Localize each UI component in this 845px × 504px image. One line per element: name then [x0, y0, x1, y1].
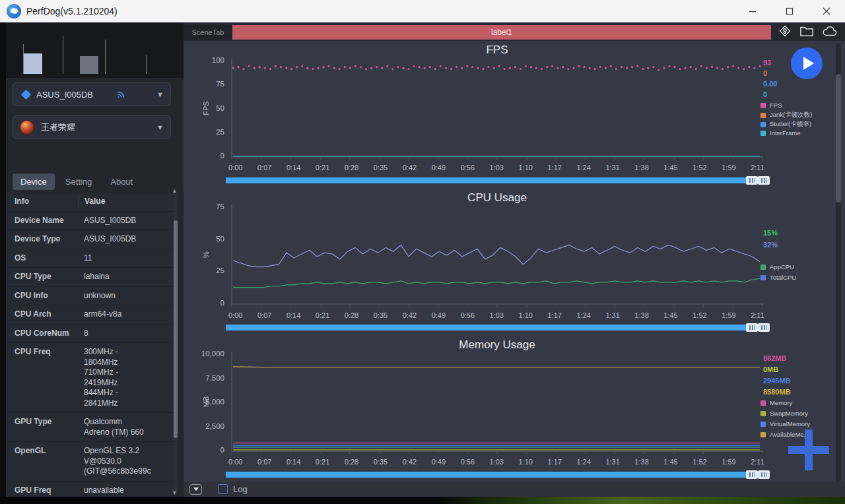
- add-chart-button[interactable]: [788, 429, 829, 470]
- memory-legend-0[interactable]: Memory: [760, 399, 792, 406]
- app-selector[interactable]: 王者荣耀 ▼: [13, 115, 171, 139]
- cpu-scrollbar-left-handle[interactable]: [746, 323, 758, 332]
- device-icon: [21, 89, 32, 100]
- app-icon: [20, 120, 34, 135]
- tab-device[interactable]: Device: [13, 173, 55, 190]
- value-cell: OpenGL ES 3.2 V@0530.0 (GIT@56c8b3e99c: [84, 446, 178, 477]
- tab-about[interactable]: About: [102, 173, 141, 190]
- memory-value-3: 8580MB: [763, 388, 791, 396]
- fps-legend-0[interactable]: FPS: [760, 102, 782, 109]
- folder-icon[interactable]: [799, 24, 814, 40]
- cpu-scrollbar-right-handle[interactable]: [758, 323, 770, 332]
- memory-tick-0: 0: [187, 446, 224, 454]
- memory-x-tick: 1:24: [576, 458, 590, 466]
- fps-time-scrollbar[interactable]: [226, 175, 770, 185]
- log-checkbox[interactable]: [218, 484, 228, 494]
- memory-value-0: 862MB: [763, 354, 786, 362]
- memory-tick-2500: 2,500: [187, 422, 224, 430]
- table-row: CPU Freq300MHz - 1804MHz 710MHz - 2419MH…: [6, 343, 178, 413]
- mini-line: [23, 44, 24, 74]
- close-button[interactable]: [808, 0, 845, 22]
- table-row: OpenGLOpenGL ES 3.2 V@0530.0 (GIT@56c8b3…: [6, 442, 178, 482]
- info-column-header: Info: [6, 197, 84, 207]
- legend-label: InterFrame: [770, 129, 800, 137]
- bottom-bar: Log: [184, 482, 845, 497]
- memory-x-tick: 1:38: [634, 458, 648, 466]
- value-cell: 300MHz - 1804MHz 710MHz - 2419MHz 844MHz…: [84, 347, 178, 408]
- value-cell: arm64-v8a: [84, 309, 178, 320]
- scene-label-banner[interactable]: label1: [232, 25, 771, 40]
- memory-x-tick: 1:45: [663, 458, 677, 466]
- cpu-legend-1[interactable]: TotalCPU: [760, 274, 796, 281]
- memory-time-scrollbar[interactable]: [226, 470, 770, 479]
- table-row: GPU TypeQualcomm Adreno (TM) 660: [6, 413, 178, 442]
- fps-tick-0: 0: [187, 152, 224, 160]
- memory-scrollbar-right-handle[interactable]: [758, 470, 770, 479]
- mini-line: [63, 36, 63, 74]
- table-scrollbar[interactable]: [174, 194, 178, 492]
- fps-scrollbar-track[interactable]: [226, 177, 746, 183]
- cpu-x-tick: 1:17: [547, 311, 561, 319]
- scene-tab[interactable]: SceneTab: [184, 25, 232, 40]
- table-row: CPU Archarm64-v8a: [6, 305, 178, 325]
- cpu-x-tick: 1:31: [605, 311, 619, 319]
- info-cell: Device Type: [6, 234, 84, 245]
- desktop-background-strip: [0, 497, 845, 504]
- table-scrollbar-thumb[interactable]: [174, 220, 178, 438]
- fps-x-tick: 1:17: [547, 164, 561, 172]
- memory-x-tick: 2:11: [751, 458, 764, 466]
- memory-scrollbar-track[interactable]: [226, 472, 746, 478]
- fps-x-labels: 0:000:070:140:210:280:350:420:490:561:03…: [228, 164, 764, 172]
- fps-x-tick: 0:56: [461, 164, 475, 172]
- cpu-tick-25: 25: [187, 267, 224, 274]
- maximize-button[interactable]: [771, 0, 808, 22]
- scroll-up-icon[interactable]: ▲: [172, 187, 178, 194]
- cpu-legend-0[interactable]: AppCPU: [760, 263, 794, 270]
- value-cell: lahaina: [84, 272, 178, 282]
- cpu-x-tick: 0:56: [461, 311, 475, 319]
- info-cell: CPU Info: [6, 291, 84, 301]
- fps-legend-2[interactable]: Stutter(卡顿率): [760, 120, 811, 129]
- cpu-x-tick: 0:28: [345, 311, 358, 319]
- memory-value-1: 0MB: [763, 365, 778, 373]
- cpu-x-tick: 2:11: [751, 311, 764, 319]
- fps-chart-title: FPS: [231, 44, 763, 57]
- window-title: PerfDog(v5.1.210204): [26, 6, 118, 16]
- scroll-down-icon[interactable]: ▼: [172, 489, 178, 496]
- fps-x-tick: 1:38: [634, 164, 648, 172]
- memory-x-tick: 0:07: [257, 458, 271, 466]
- legend-label: SwapMemory: [770, 410, 808, 417]
- fps-x-tick: 1:10: [519, 164, 533, 172]
- cloud-icon[interactable]: [822, 24, 838, 40]
- memory-legend-2[interactable]: VirtualMemory: [760, 420, 810, 427]
- fps-value-0: 93: [763, 59, 771, 67]
- fps-x-tick: 0:49: [432, 164, 446, 172]
- fps-legend-3[interactable]: InterFrame: [760, 129, 800, 137]
- value-cell: ASUS_I005DB: [84, 216, 178, 226]
- legend-swatch: [760, 131, 766, 136]
- info-cell: CPU Arch: [6, 309, 84, 320]
- cpu-x-tick: 0:00: [228, 311, 242, 319]
- tab-setting[interactable]: Setting: [57, 173, 100, 190]
- vertical-scrollbar-thumb[interactable]: [836, 74, 841, 203]
- title-bar: PerfDog(v5.1.210204): [0, 0, 845, 22]
- cpu-x-tick: 1:59: [722, 311, 735, 319]
- cpu-time-scrollbar[interactable]: [226, 323, 770, 332]
- tag-icon[interactable]: [778, 24, 792, 40]
- minimize-button[interactable]: [734, 0, 771, 22]
- mini-line: [146, 55, 147, 74]
- memory-scrollbar-left-handle[interactable]: [746, 470, 758, 479]
- fps-legend-1[interactable]: Jank(卡顿次数): [760, 111, 812, 119]
- cpu-scrollbar-track[interactable]: [226, 325, 746, 331]
- memory-legend-1[interactable]: SwapMemory: [760, 410, 808, 417]
- cpu-x-tick: 0:14: [287, 311, 300, 319]
- fps-plot: [231, 57, 763, 162]
- fps-scrollbar-left-handle[interactable]: [746, 176, 758, 185]
- play-button[interactable]: [791, 47, 823, 79]
- device-selector[interactable]: ASUS_I005DB ▼: [13, 82, 171, 106]
- fps-x-tick: 1:24: [576, 164, 590, 172]
- legend-swatch: [760, 422, 766, 427]
- collapse-button[interactable]: [189, 484, 202, 495]
- fps-scrollbar-right-handle[interactable]: [758, 176, 770, 185]
- cpu-x-tick: 0:21: [316, 311, 329, 319]
